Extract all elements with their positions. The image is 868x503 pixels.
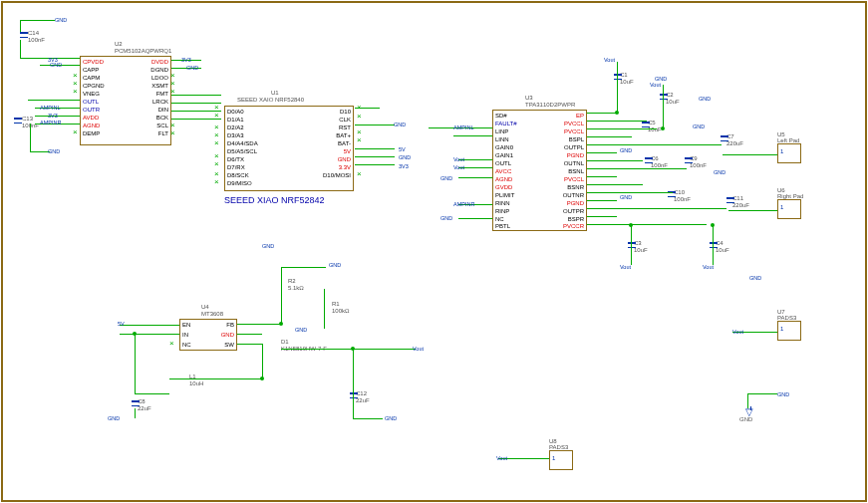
net-vout: Vout <box>496 455 507 461</box>
c7-val: 220uF <box>726 140 743 146</box>
wire <box>663 85 664 129</box>
r2-ref: R2 <box>288 278 296 284</box>
u4-ref: U4 <box>201 304 209 310</box>
u2-name: PCM5102AQPWRQ1 <box>115 48 171 54</box>
net-ampinr: AMPINR <box>453 201 474 207</box>
wire <box>28 100 80 101</box>
wire <box>458 177 492 178</box>
net-vout: Vout <box>732 329 743 335</box>
cap-c13 <box>14 118 22 124</box>
net-ampinl: AMPINL <box>453 125 473 130</box>
net-3v3: 3V3 <box>181 57 191 63</box>
nc: × <box>357 114 363 120</box>
wire <box>171 95 221 96</box>
c14-ref: C14 <box>28 30 39 36</box>
nc: × <box>169 341 175 347</box>
cap-c7 <box>721 135 728 141</box>
wire <box>723 154 777 155</box>
pad-u8 <box>549 450 573 470</box>
c8-val: 22uF <box>138 405 151 411</box>
nc: × <box>214 140 220 146</box>
nc: × <box>170 130 176 136</box>
nc: × <box>73 89 79 95</box>
wire <box>587 176 617 177</box>
u1-footer: SEEED XIAO NRF52842 <box>224 195 325 205</box>
gnd-txt: GND <box>739 416 752 422</box>
wire <box>617 62 618 114</box>
gnd-lbl: GND <box>440 215 452 221</box>
gnd-lbl: GND <box>693 124 705 129</box>
u3-ref: U3 <box>525 95 533 101</box>
net-5v: 5V <box>399 146 406 152</box>
schematic-canvas: U2 PCM5102AQPWRQ1 CPVDD CAPP CAPM CPGND … <box>0 0 868 503</box>
wire <box>587 121 647 122</box>
wire <box>237 334 262 335</box>
c14-val: 100nF <box>28 37 45 43</box>
cap-c2 <box>660 94 668 100</box>
net-vout: Vout <box>413 346 424 352</box>
l1-val: 10uH <box>189 380 203 386</box>
wire <box>120 325 179 326</box>
wire <box>262 344 263 378</box>
nc: × <box>214 179 220 185</box>
nc: × <box>357 105 363 111</box>
wire <box>20 40 21 58</box>
cap-c3 <box>628 242 636 248</box>
wire <box>237 344 262 345</box>
c13-ref: C13 <box>22 116 33 122</box>
wire <box>631 225 632 265</box>
net-vout: Vout <box>604 57 615 63</box>
net-5v: 5V <box>118 321 125 327</box>
gnd-lbl: GND <box>440 175 452 181</box>
wire <box>20 20 21 32</box>
wire <box>587 160 643 161</box>
net-vout: Vout <box>703 264 714 270</box>
junction <box>351 347 355 351</box>
c12-val: 22uF <box>356 397 370 403</box>
wire <box>587 144 722 145</box>
nc: × <box>170 89 176 95</box>
gnd-lbl: GND <box>385 415 397 421</box>
wire <box>355 125 395 126</box>
wire <box>135 393 169 394</box>
wire <box>355 148 395 149</box>
wire <box>30 124 31 151</box>
c5-val: 10uF <box>648 126 662 132</box>
wire <box>120 334 179 335</box>
wire <box>747 393 777 394</box>
wire <box>135 334 136 393</box>
c1-val: 10uF <box>620 79 634 85</box>
pad-u6 <box>777 199 801 219</box>
cap-c12 <box>350 392 358 398</box>
r1-ref: R1 <box>332 301 340 307</box>
c11-val: 220uF <box>732 202 749 208</box>
u2-ref: U2 <box>115 41 123 47</box>
r2-val: 5.1kΩ <box>288 285 304 291</box>
net-3v3: 3V3 <box>48 57 58 63</box>
c3-val: 10uF <box>634 247 648 253</box>
wire <box>20 20 55 21</box>
u3-name: TPA3110D2PWPR <box>525 102 575 108</box>
gnd-lbl: GND <box>108 415 120 421</box>
ic-u4: EN IN NC FB GND SW <box>179 319 237 351</box>
net-vout: Vout <box>650 82 661 88</box>
net-vout: Vout <box>453 164 464 170</box>
gnd-lbl: GND <box>749 275 761 281</box>
cap-c11 <box>726 197 734 203</box>
wire <box>281 267 282 325</box>
cap-c8 <box>132 400 140 406</box>
ic-u2: CPVDD CAPP CAPM CPGND VNEG OUTL OUTR AVD… <box>80 56 171 145</box>
wire <box>355 164 395 165</box>
gnd-symbol <box>745 406 757 416</box>
wire <box>587 128 657 129</box>
wire <box>30 151 50 152</box>
nc: × <box>214 113 220 119</box>
gnd-lbl: GND <box>699 96 711 102</box>
c4-val: 10uF <box>716 247 729 253</box>
gnd-lbl: GND <box>620 147 632 153</box>
wire <box>135 408 136 418</box>
junction <box>711 223 715 227</box>
wire <box>587 136 632 137</box>
wire <box>587 113 617 114</box>
u1-ref: U1 <box>271 90 279 96</box>
